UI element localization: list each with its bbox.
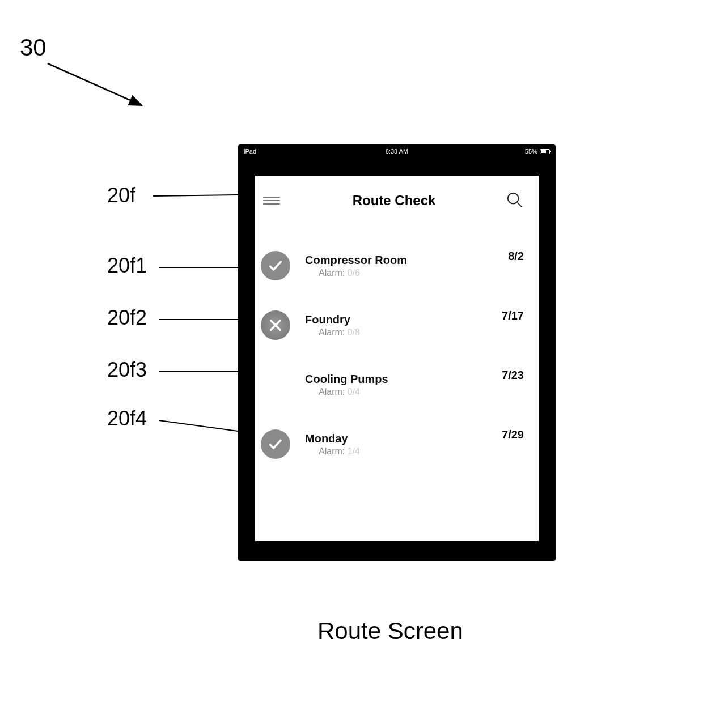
route-name: Cooling Pumps bbox=[305, 373, 502, 386]
route-main: Foundry Alarm: 0/8 bbox=[290, 313, 502, 338]
route-date: 7/23 bbox=[502, 368, 524, 382]
app-header: Route Check bbox=[255, 176, 539, 218]
callout-20f1: 20f1 bbox=[107, 254, 147, 278]
route-name: Foundry bbox=[305, 313, 502, 326]
callout-20f3: 20f3 bbox=[107, 358, 147, 382]
route-item-cooling-pumps[interactable]: Cooling Pumps Alarm: 0/4 7/23 bbox=[261, 368, 524, 402]
route-date: 7/17 bbox=[502, 308, 524, 322]
figure-number: 30 bbox=[20, 34, 46, 61]
status-bar: iPad 8:38 AM 55% bbox=[238, 146, 556, 157]
search-icon[interactable] bbox=[506, 191, 523, 210]
callout-20f4: 20f4 bbox=[107, 407, 147, 431]
figure-caption: Route Screen bbox=[317, 618, 463, 645]
route-main: Cooling Pumps Alarm: 0/4 bbox=[290, 373, 502, 397]
figure-pointer-arrow bbox=[45, 61, 147, 118]
callout-20f: 20f bbox=[107, 184, 135, 207]
route-name: Compressor Room bbox=[305, 254, 508, 267]
route-date: 7/29 bbox=[502, 427, 524, 441]
route-alarm: Alarm: 1/4 bbox=[305, 446, 502, 457]
status-empty bbox=[261, 370, 290, 399]
route-alarm: Alarm: 0/4 bbox=[305, 387, 502, 397]
status-bar-time: 8:38 AM bbox=[238, 148, 556, 155]
app-screen: Route Check Compressor Room Alarm: 0/6 bbox=[255, 176, 539, 541]
route-main: Monday Alarm: 1/4 bbox=[290, 432, 502, 457]
route-item-compressor-room[interactable]: Compressor Room Alarm: 0/6 8/2 bbox=[261, 249, 524, 283]
route-alarm: Alarm: 0/8 bbox=[305, 327, 502, 338]
check-icon bbox=[261, 251, 290, 280]
check-icon bbox=[261, 429, 290, 459]
svg-line-0 bbox=[48, 63, 142, 105]
route-name: Monday bbox=[305, 432, 502, 445]
page-title: Route Check bbox=[282, 193, 506, 208]
route-item-foundry[interactable]: Foundry Alarm: 0/8 7/17 bbox=[261, 308, 524, 342]
svg-point-6 bbox=[508, 193, 519, 204]
route-alarm: Alarm: 0/6 bbox=[305, 268, 508, 278]
callout-20f2: 20f2 bbox=[107, 306, 147, 330]
close-icon bbox=[261, 310, 290, 340]
route-date: 8/2 bbox=[508, 249, 524, 263]
device-frame: iPad 8:38 AM 55% Route Check bbox=[238, 144, 556, 561]
battery-icon bbox=[540, 149, 550, 154]
route-main: Compressor Room Alarm: 0/6 bbox=[290, 254, 508, 278]
route-list: Compressor Room Alarm: 0/6 8/2 Foundry bbox=[255, 249, 539, 461]
route-item-monday[interactable]: Monday Alarm: 1/4 7/29 bbox=[261, 427, 524, 461]
svg-line-7 bbox=[518, 203, 522, 207]
menu-icon[interactable] bbox=[261, 193, 282, 208]
